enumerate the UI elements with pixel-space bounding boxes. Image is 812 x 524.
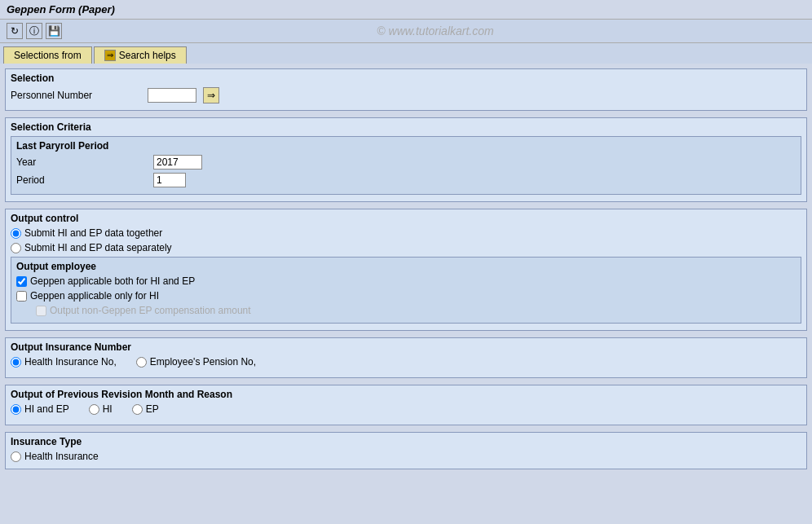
ep-only-radio[interactable] (132, 404, 143, 415)
ep-only-row: EP (132, 403, 159, 415)
health-insurance-type-radio[interactable] (11, 451, 21, 462)
health-insurance-no-label: Health Insurance No, (24, 356, 117, 368)
hi-only-radio[interactable] (89, 404, 99, 415)
toolbar: ↻ ⓘ 💾 © www.tutorialkart.com (0, 20, 812, 43)
output-non-geppen-checkbox[interactable] (36, 306, 46, 316)
selection-section-label: Selection (11, 73, 801, 84)
health-insurance-no-row: Health Insurance No, (11, 356, 117, 368)
pension-no-radio[interactable] (136, 357, 147, 368)
save-icon[interactable]: 💾 (46, 23, 62, 39)
personnel-number-row: Personnel Number ⇒ (11, 87, 801, 103)
title-bar: Geppen Form (Paper) (0, 0, 812, 20)
period-label: Period (16, 174, 147, 186)
output-non-geppen-label: Output non-Geppen EP compensation amount (50, 305, 251, 316)
personnel-navigate-btn[interactable]: ⇒ (203, 87, 219, 103)
output-prev-revision-label: Output of Previous Revision Month and Re… (11, 389, 801, 400)
hi-and-ep-row: HI and EP (11, 403, 69, 415)
submit-separately-row: Submit HI and EP data separately (11, 242, 801, 253)
health-insurance-no-radio[interactable] (11, 357, 21, 368)
health-insurance-type-label: Health Insurance (24, 451, 99, 462)
tab-selections-from[interactable]: Selections from (3, 46, 92, 64)
selection-criteria-section: Selection Criteria Last Paryroll Period … (5, 117, 807, 202)
submit-separately-label: Submit HI and EP data separately (24, 242, 172, 253)
insurance-type-section: Insurance Type Health Insurance (5, 432, 807, 469)
submit-together-radio[interactable] (11, 228, 21, 239)
period-input[interactable] (153, 173, 186, 187)
year-input[interactable] (153, 155, 202, 170)
period-row: Period (16, 173, 796, 187)
personnel-number-label: Personnel Number (11, 90, 141, 101)
main-content: Selection Personnel Number ⇒ Selection C… (0, 64, 812, 481)
selection-section: Selection Personnel Number ⇒ (5, 68, 807, 111)
insurance-type-label: Insurance Type (11, 436, 801, 447)
window-title: Geppen Form (Paper) (7, 3, 115, 15)
hi-only-label: HI (103, 403, 113, 415)
output-insurance-label: Output Insurance Number (11, 341, 801, 353)
info-icon[interactable]: ⓘ (26, 23, 42, 39)
tab-selections-from-label: Selections from (14, 50, 82, 61)
geppen-both-checkbox[interactable] (16, 276, 27, 287)
tab-search-helps[interactable]: ⇒ Search helps (94, 46, 187, 64)
geppen-both-row: Geppen applicable both for HI and EP (16, 275, 796, 287)
personnel-number-input[interactable] (148, 88, 196, 103)
output-non-geppen-row: Output non-Geppen EP compensation amount (16, 305, 796, 316)
submit-together-row: Submit HI and EP data together (11, 227, 801, 239)
geppen-both-label: Geppen applicable both for HI and EP (30, 275, 195, 287)
insurance-radio-row: Health Insurance No, Employee's Pension … (11, 356, 801, 371)
geppen-only-hi-checkbox[interactable] (16, 291, 27, 302)
output-control-section: Output control Submit HI and EP data tog… (5, 209, 807, 331)
pension-no-row: Employee's Pension No, (136, 356, 256, 368)
year-row: Year (16, 155, 796, 170)
output-prev-revision-section: Output of Previous Revision Month and Re… (5, 385, 807, 425)
output-control-label: Output control (11, 213, 801, 224)
tab-search-helps-label: Search helps (119, 50, 176, 61)
output-insurance-section: Output Insurance Number Health Insurance… (5, 337, 807, 378)
ep-only-label: EP (146, 403, 159, 415)
prev-revision-radio-row: HI and EP HI EP (11, 403, 801, 418)
output-employee-label: Output employee (16, 261, 796, 272)
hi-and-ep-radio[interactable] (11, 404, 21, 415)
output-employee-box: Output employee Geppen applicable both f… (11, 257, 801, 324)
back-icon[interactable]: ↻ (7, 23, 23, 39)
geppen-only-hi-row: Geppen applicable only for HI (16, 290, 796, 302)
health-insurance-type-row: Health Insurance (11, 451, 801, 462)
submit-separately-radio[interactable] (11, 243, 21, 253)
tab-bar: Selections from ⇒ Search helps (0, 43, 812, 64)
year-label: Year (16, 156, 147, 168)
submit-together-label: Submit HI and EP data together (24, 227, 162, 239)
selection-criteria-label: Selection Criteria (11, 121, 801, 133)
last-payroll-period-label: Last Paryroll Period (16, 140, 796, 152)
hi-only-row: HI (89, 403, 113, 415)
watermark: © www.tutorialkart.com (65, 24, 805, 37)
pension-no-label: Employee's Pension No, (150, 356, 256, 368)
last-payroll-period-box: Last Paryroll Period Year Period (11, 136, 801, 195)
hi-and-ep-label: HI and EP (24, 403, 69, 415)
search-helps-arrow-icon: ⇒ (104, 50, 116, 61)
geppen-only-hi-label: Geppen applicable only for HI (30, 290, 159, 302)
